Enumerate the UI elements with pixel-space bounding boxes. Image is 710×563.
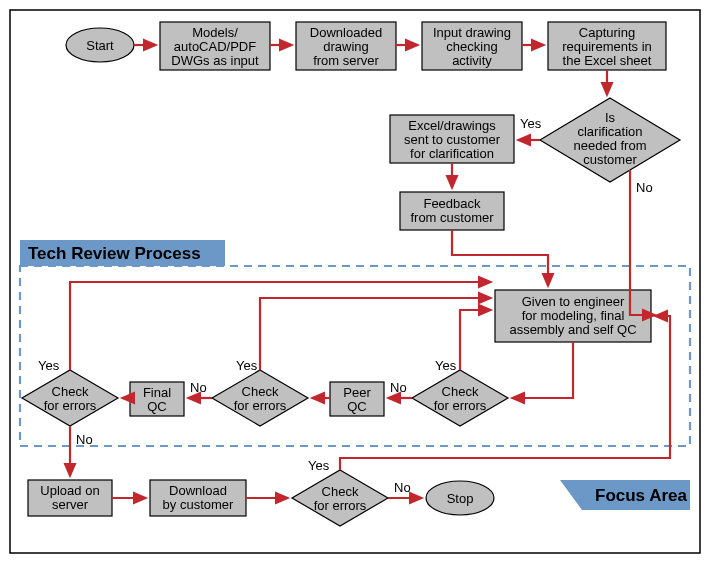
svg-text:for errors: for errors xyxy=(44,398,97,413)
svg-text:Yes: Yes xyxy=(38,358,60,373)
svg-text:sent to customer: sent to customer xyxy=(404,132,501,147)
svg-text:Final: Final xyxy=(143,385,171,400)
svg-text:Check: Check xyxy=(242,384,279,399)
svg-text:clarification: clarification xyxy=(577,124,642,139)
svg-text:customer: customer xyxy=(583,152,637,167)
svg-text:for clarification: for clarification xyxy=(410,146,494,161)
svg-text:the Excel sheet: the Excel sheet xyxy=(563,53,652,68)
svg-text:activity: activity xyxy=(452,53,492,68)
svg-text:assembly and self QC: assembly and self QC xyxy=(509,322,636,337)
svg-text:Yes: Yes xyxy=(236,358,258,373)
stop-text: Stop xyxy=(447,491,474,506)
svg-text:DWGs as input: DWGs as input xyxy=(171,53,259,68)
svg-text:No: No xyxy=(190,380,207,395)
tech-review-label: Tech Review Process xyxy=(28,244,201,263)
svg-text:from customer: from customer xyxy=(410,210,494,225)
svg-text:for errors: for errors xyxy=(314,498,367,513)
svg-text:No: No xyxy=(636,180,653,195)
svg-text:for modeling, final: for modeling, final xyxy=(522,308,625,323)
svg-text:QC: QC xyxy=(147,399,167,414)
svg-text:for errors: for errors xyxy=(434,398,487,413)
svg-text:Check: Check xyxy=(442,384,479,399)
svg-text:QC: QC xyxy=(347,399,367,414)
start-text: Start xyxy=(86,38,114,53)
svg-text:drawing: drawing xyxy=(323,39,369,54)
svg-text:autoCAD/PDF: autoCAD/PDF xyxy=(174,39,256,54)
svg-text:needed from: needed from xyxy=(574,138,647,153)
svg-text:Given to engineer: Given to engineer xyxy=(522,294,625,309)
arrow-check1-yes xyxy=(460,310,491,370)
svg-text:Models/: Models/ xyxy=(192,25,238,40)
flowchart-canvas: Tech Review Process Focus Area Start Mod… xyxy=(0,0,710,563)
svg-text:Peer: Peer xyxy=(343,385,371,400)
svg-text:No: No xyxy=(394,480,411,495)
svg-text:Yes: Yes xyxy=(435,358,457,373)
svg-text:checking: checking xyxy=(446,39,497,54)
svg-text:Capturing: Capturing xyxy=(579,25,635,40)
focus-area-label: Focus Area xyxy=(595,486,688,505)
svg-text:No: No xyxy=(390,380,407,395)
svg-text:for errors: for errors xyxy=(234,398,287,413)
svg-text:No: No xyxy=(76,432,93,447)
svg-text:Download: Download xyxy=(169,483,227,498)
arrow-engineer-check1 xyxy=(512,342,573,398)
svg-text:by customer: by customer xyxy=(163,497,234,512)
arrow-feedback-engineer xyxy=(452,230,548,286)
arrow-check2-yes xyxy=(260,298,491,370)
svg-text:Feedback: Feedback xyxy=(423,196,481,211)
svg-text:Downloaded: Downloaded xyxy=(310,25,382,40)
svg-text:Is: Is xyxy=(605,110,616,125)
svg-text:Excel/drawings: Excel/drawings xyxy=(408,118,496,133)
svg-text:server: server xyxy=(52,497,89,512)
svg-text:requirements in: requirements in xyxy=(562,39,652,54)
svg-text:Input drawing: Input drawing xyxy=(433,25,511,40)
svg-text:Yes: Yes xyxy=(308,458,330,473)
svg-text:Upload on: Upload on xyxy=(40,483,99,498)
svg-text:from server: from server xyxy=(313,53,379,68)
svg-text:Check: Check xyxy=(52,384,89,399)
svg-text:Yes: Yes xyxy=(520,116,542,131)
arrow-check3-yes xyxy=(70,282,491,370)
svg-text:Check: Check xyxy=(322,484,359,499)
